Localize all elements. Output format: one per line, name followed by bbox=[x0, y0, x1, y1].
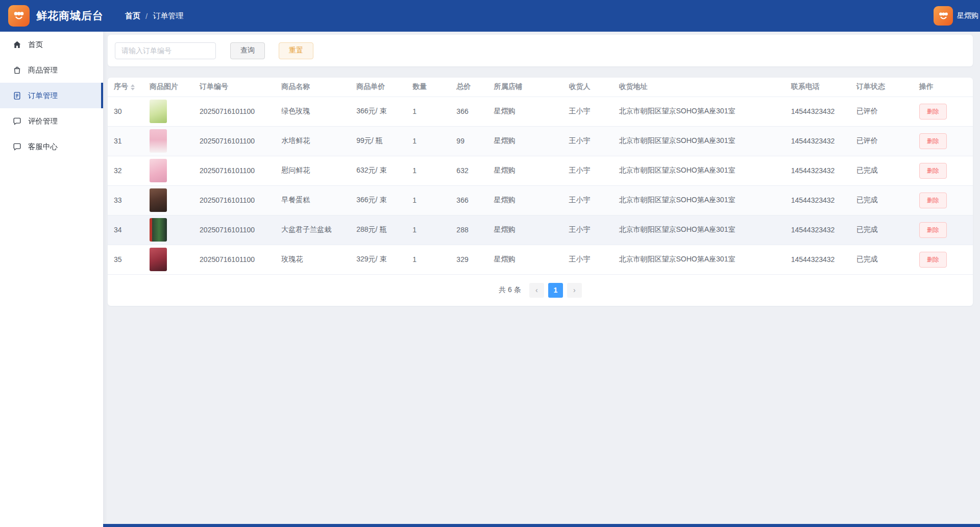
cell-unit-price: 329元/ 束 bbox=[350, 245, 406, 274]
pagination-total: 共 6 条 bbox=[499, 285, 521, 295]
user-area[interactable]: 星熠购 bbox=[934, 6, 980, 26]
cell-image bbox=[143, 97, 193, 126]
column-header-action: 操作 bbox=[913, 78, 973, 97]
cell-quantity: 1 bbox=[406, 126, 450, 156]
cell-order-status: 已评价 bbox=[850, 97, 913, 126]
pagination-prev-button[interactable]: ‹ bbox=[529, 283, 544, 298]
product-image bbox=[150, 100, 167, 123]
cell-order-status: 已评价 bbox=[850, 126, 913, 156]
chat-icon bbox=[13, 142, 21, 151]
table-row: 3520250716101100玫瑰花329元/ 束1329星熠购王小宇北京市朝… bbox=[108, 245, 973, 274]
sidebar-item-3[interactable]: 评价管理 bbox=[0, 108, 103, 134]
cell-address: 北京市朝阳区望京SOHO第A座301室 bbox=[613, 215, 785, 245]
breadcrumb-home[interactable]: 首页 bbox=[125, 11, 140, 21]
cell-seq: 30 bbox=[108, 97, 143, 126]
reset-button[interactable]: 重置 bbox=[279, 42, 313, 59]
orders-table-card: 序号商品图片订单编号商品名称商品单价数量总价所属店铺收货人收货地址联系电话订单状… bbox=[108, 78, 973, 306]
cell-receiver: 王小宇 bbox=[562, 215, 612, 245]
cell-seq: 31 bbox=[108, 126, 143, 156]
product-image bbox=[150, 188, 167, 212]
cell-order-status: 已完成 bbox=[850, 215, 913, 245]
cell-order-no: 20250716101100 bbox=[193, 126, 275, 156]
table-row: 3320250716101100早餐蛋糕366元/ 束1366星熠购王小宇北京市… bbox=[108, 185, 973, 215]
user-name: 星熠购 bbox=[957, 11, 978, 20]
delete-button[interactable]: 删除 bbox=[919, 163, 947, 179]
cell-quantity: 1 bbox=[406, 185, 450, 215]
query-button[interactable]: 查询 bbox=[230, 42, 265, 59]
top-navbar: 鲜花商城后台 首页 / 订单管理 星熠购 bbox=[0, 0, 980, 32]
product-image bbox=[150, 129, 167, 153]
cell-product-name: 早餐蛋糕 bbox=[275, 185, 350, 215]
column-header-order_no: 订单编号 bbox=[193, 78, 275, 97]
cell-seq: 33 bbox=[108, 185, 143, 215]
cell-total-price: 366 bbox=[450, 97, 487, 126]
search-card: 查询 重置 bbox=[108, 35, 973, 66]
table-row: 3420250716101100大盆君子兰盆栽288元/ 瓶1288星熠购王小宇… bbox=[108, 215, 973, 245]
delete-button[interactable]: 删除 bbox=[919, 252, 947, 268]
cell-quantity: 1 bbox=[406, 215, 450, 245]
delete-button[interactable]: 删除 bbox=[919, 193, 947, 208]
cell-order-no: 20250716101100 bbox=[193, 156, 275, 185]
sidebar-item-4[interactable]: 客服中心 bbox=[0, 134, 103, 159]
sidebar-item-label: 商品管理 bbox=[28, 65, 58, 75]
cell-quantity: 1 bbox=[406, 97, 450, 126]
column-header-seq[interactable]: 序号 bbox=[108, 78, 143, 97]
brand: 鲜花商城后台 bbox=[0, 5, 104, 27]
column-header-status: 订单状态 bbox=[850, 78, 913, 97]
bag-icon bbox=[13, 66, 21, 75]
cell-seq: 35 bbox=[108, 245, 143, 274]
product-image bbox=[150, 218, 167, 242]
cell-address: 北京市朝阳区望京SOHO第A座301室 bbox=[613, 126, 785, 156]
cell-phone: 14544323432 bbox=[785, 156, 850, 185]
sidebar-item-label: 订单管理 bbox=[28, 91, 58, 101]
pagination-next-button[interactable]: › bbox=[567, 283, 582, 298]
sidebar-item-2[interactable]: 订单管理 bbox=[0, 83, 103, 108]
delete-button[interactable]: 删除 bbox=[919, 104, 947, 119]
cell-order-no: 20250716101100 bbox=[193, 245, 275, 274]
column-header-shop: 所属店铺 bbox=[487, 78, 562, 97]
product-image bbox=[150, 159, 167, 182]
cell-action: 删除 bbox=[913, 156, 973, 185]
cell-action: 删除 bbox=[913, 245, 973, 274]
cell-phone: 14544323432 bbox=[785, 97, 850, 126]
cell-receiver: 王小宇 bbox=[562, 245, 612, 274]
cell-seq: 34 bbox=[108, 215, 143, 245]
cell-unit-price: 632元/ 束 bbox=[350, 156, 406, 185]
cell-action: 删除 bbox=[913, 185, 973, 215]
pagination: 共 6 条 ‹ 1 › bbox=[108, 283, 973, 298]
column-header-qty: 数量 bbox=[406, 78, 450, 97]
cell-unit-price: 366元/ 束 bbox=[350, 97, 406, 126]
sidebar-item-0[interactable]: 首页 bbox=[0, 32, 103, 57]
delete-button[interactable]: 删除 bbox=[919, 133, 947, 149]
sort-caret-icon[interactable] bbox=[131, 84, 135, 90]
main-content: 查询 重置 序号商品图片订单编号商品名称商品单价数量总价所属店铺收货人收货地址联… bbox=[103, 32, 980, 306]
cell-order-no: 20250716101100 bbox=[193, 215, 275, 245]
cell-phone: 14544323432 bbox=[785, 185, 850, 215]
order-number-input[interactable] bbox=[115, 42, 216, 59]
cell-image bbox=[143, 245, 193, 274]
cell-address: 北京市朝阳区望京SOHO第A座301室 bbox=[613, 185, 785, 215]
sidebar-item-label: 首页 bbox=[28, 40, 43, 50]
avatar bbox=[934, 6, 953, 26]
cell-image bbox=[143, 215, 193, 245]
cell-address: 北京市朝阳区望京SOHO第A座301室 bbox=[613, 245, 785, 274]
breadcrumb-current: 订单管理 bbox=[153, 11, 183, 21]
cell-total-price: 288 bbox=[450, 215, 487, 245]
delete-button[interactable]: 删除 bbox=[919, 222, 947, 238]
cell-quantity: 1 bbox=[406, 156, 450, 185]
cell-unit-price: 288元/ 瓶 bbox=[350, 215, 406, 245]
cell-shop: 星熠购 bbox=[487, 245, 562, 274]
sidebar-item-1[interactable]: 商品管理 bbox=[0, 57, 103, 83]
column-header-total: 总价 bbox=[450, 78, 487, 97]
app-logo-icon bbox=[8, 5, 30, 27]
cell-total-price: 329 bbox=[450, 245, 487, 274]
table-row: 3220250716101100慰问鲜花632元/ 束1632星熠购王小宇北京市… bbox=[108, 156, 973, 185]
app-title: 鲜花商城后台 bbox=[36, 9, 104, 23]
product-image bbox=[150, 248, 167, 271]
cell-total-price: 99 bbox=[450, 126, 487, 156]
sidebar-item-label: 客服中心 bbox=[28, 142, 58, 152]
column-header-image: 商品图片 bbox=[143, 78, 193, 97]
document-icon bbox=[13, 91, 21, 100]
cell-phone: 14544323432 bbox=[785, 126, 850, 156]
pagination-page-1[interactable]: 1 bbox=[548, 283, 563, 298]
